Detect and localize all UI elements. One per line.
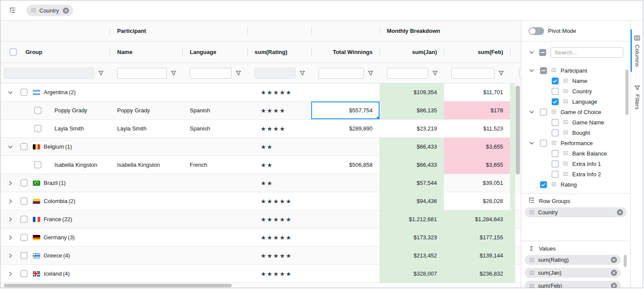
cell-name[interactable]	[110, 210, 182, 228]
cell-name[interactable]	[110, 247, 182, 264]
remove-icon[interactable]	[611, 270, 617, 276]
group-chip-country[interactable]: Country	[26, 5, 73, 16]
remove-chip-icon[interactable]	[611, 283, 617, 288]
select-all-columns-checkbox-icon[interactable]	[539, 49, 546, 56]
cell-feb[interactable]: $39,051	[444, 174, 510, 192]
row-checkbox-icon[interactable]	[20, 270, 28, 277]
remove-icon[interactable]	[611, 283, 617, 288]
chevron-down-icon[interactable]	[7, 144, 13, 150]
group-header-monthly-breakdown[interactable]: Monthly Breakdown	[379, 21, 521, 41]
cell-group[interactable]: Belgium (1)	[0, 138, 110, 156]
chevron-right-icon[interactable]	[7, 235, 13, 241]
filter-input-jan[interactable]	[387, 68, 428, 79]
chevron-right-icon[interactable]	[7, 253, 13, 259]
filter-button-rating[interactable]	[296, 70, 309, 76]
cell-group[interactable]: Poppy Grady	[0, 102, 110, 119]
cell-rating[interactable]: ★★★★	[247, 120, 311, 137]
column-checkbox-icon[interactable]	[540, 181, 547, 188]
cell-rating[interactable]: ★★	[247, 156, 311, 174]
column-checkbox[interactable]	[552, 119, 559, 126]
cell-language[interactable]	[182, 83, 247, 101]
cell-language[interactable]	[182, 229, 247, 246]
chevron-right-icon[interactable]	[7, 271, 13, 277]
column-checkbox-icon[interactable]	[552, 119, 559, 126]
column-checkbox[interactable]	[552, 150, 559, 157]
column-header-language[interactable]: Language	[182, 41, 247, 63]
values-scrollbar-thumb[interactable]	[624, 255, 627, 267]
filter-input-name[interactable]	[117, 68, 167, 79]
row-checkbox[interactable]	[20, 89, 28, 96]
pivot-mode-toggle[interactable]	[529, 27, 544, 35]
cell-feb[interactable]: $3,655	[444, 138, 510, 156]
tab-columns[interactable]: Columns	[631, 29, 643, 72]
cell-feb[interactable]: $11,701	[444, 83, 510, 101]
filter-button-name[interactable]	[167, 70, 180, 76]
chip-country[interactable]: Country	[525, 207, 627, 217]
cell-name[interactable]	[110, 174, 182, 192]
tree-scrollbar-thumb[interactable]	[625, 70, 628, 115]
column-checkbox[interactable]	[552, 98, 559, 105]
column-item-name[interactable]: Name	[521, 76, 630, 86]
cell-jan[interactable]: $173,323	[379, 229, 444, 246]
column-header-jan[interactable]: sum(Jan)	[379, 41, 444, 63]
row-checkbox-icon[interactable]	[34, 125, 41, 132]
chevron-right-icon[interactable]	[7, 198, 13, 204]
cell-feb[interactable]: $177,155	[444, 229, 510, 246]
chevron-down-icon[interactable]	[529, 140, 535, 146]
cell-rating[interactable]: ★★★★★	[247, 83, 311, 101]
column-checkbox-icon[interactable]	[552, 77, 559, 85]
column-search-input[interactable]	[551, 47, 623, 58]
column-item-game-name[interactable]: Game Name	[521, 117, 630, 127]
cell-rating[interactable]: ★★★★★	[247, 192, 311, 210]
horizontal-scrollbar-thumb[interactable]	[4, 284, 232, 287]
cell-name[interactable]	[110, 265, 182, 283]
cell-total-winnings[interactable]	[311, 192, 379, 210]
column-checkbox[interactable]	[540, 67, 547, 74]
column-checkbox-icon[interactable]	[540, 67, 547, 74]
cell-feb[interactable]: $3,655	[444, 156, 510, 174]
column-checkbox-icon[interactable]	[540, 108, 547, 116]
remove-icon[interactable]	[611, 257, 617, 263]
column-checkbox[interactable]	[552, 88, 559, 95]
cell-rating[interactable]: ★★	[247, 174, 311, 192]
column-checkbox-icon[interactable]	[552, 160, 559, 168]
cell-group[interactable]: Isabella Kingston	[0, 156, 110, 174]
row-checkbox[interactable]	[34, 107, 41, 114]
cell-group[interactable]: Colombia (2)	[0, 192, 110, 210]
cell-group[interactable]: Layla Smith	[0, 120, 110, 137]
cell-group[interactable]: Germany (3)	[0, 229, 110, 246]
filter-input-total[interactable]	[319, 68, 364, 79]
cell-group[interactable]: Argentina (2)	[0, 83, 110, 101]
column-checkbox-icon[interactable]	[552, 129, 559, 137]
cell-language[interactable]	[182, 265, 247, 283]
column-item-extra-info-1[interactable]: Extra Info 1	[521, 159, 630, 169]
filter-button-total[interactable]	[364, 70, 377, 76]
column-item-country[interactable]: Country	[521, 86, 630, 96]
filter-input-feb[interactable]	[451, 68, 494, 79]
cell-feb[interactable]: $236,832	[444, 265, 510, 283]
column-checkbox[interactable]	[540, 108, 547, 116]
cell-language[interactable]: French	[182, 156, 247, 174]
cell-total-winnings[interactable]: $289,890	[311, 120, 379, 137]
filter-funnel-icon[interactable]	[235, 70, 242, 76]
chip-sumfeb[interactable]: sum(Feb)	[525, 281, 621, 288]
cell-total-winnings[interactable]	[311, 210, 379, 228]
row-checkbox[interactable]	[34, 161, 41, 168]
column-item-extra-info-2[interactable]: Extra Info 2	[521, 169, 630, 179]
row-checkbox-icon[interactable]	[20, 143, 28, 150]
column-item-participant[interactable]: Participant	[521, 65, 630, 76]
cell-total-winnings[interactable]	[311, 247, 379, 264]
cell-group[interactable]: Brazil (1)	[0, 174, 110, 192]
cell-language[interactable]: Spanish	[182, 102, 247, 119]
chip-sumjan[interactable]: sum(Jan)	[525, 268, 621, 278]
column-item-game-of-choice[interactable]: Game of Choice	[521, 107, 630, 117]
cell-name[interactable]: Layla Smith	[110, 120, 182, 137]
column-checkbox-icon[interactable]	[552, 98, 559, 105]
row-checkbox-icon[interactable]	[20, 89, 28, 96]
cell-jan[interactable]: $66,433	[379, 156, 444, 174]
remove-icon[interactable]	[63, 7, 69, 14]
cell-name[interactable]: Isabella Kingston	[110, 156, 182, 174]
column-checkbox[interactable]	[552, 171, 559, 178]
cell-jan[interactable]: $1,212,681	[379, 210, 444, 228]
cell-rating[interactable]: ★★	[247, 138, 311, 156]
